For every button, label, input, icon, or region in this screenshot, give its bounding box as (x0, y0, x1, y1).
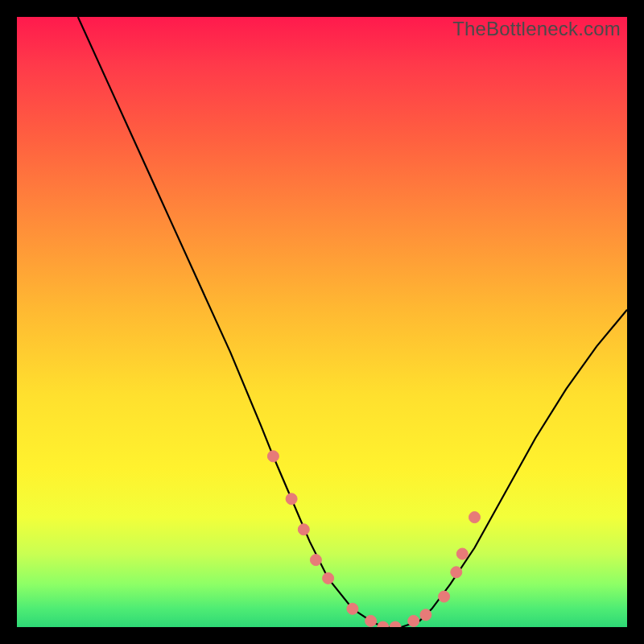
plot-area: TheBottleneck.com (17, 17, 627, 627)
marker-point (390, 621, 401, 627)
marker-point (365, 615, 377, 626)
marker-point (420, 609, 431, 621)
highlight-markers (267, 451, 480, 627)
marker-point (347, 603, 358, 614)
marker-point (310, 555, 321, 566)
marker-point (469, 512, 481, 523)
curve-layer (17, 17, 627, 627)
marker-point (456, 548, 468, 559)
marker-point (323, 572, 334, 584)
marker-point (408, 615, 419, 626)
marker-point (451, 567, 462, 578)
marker-point (286, 493, 297, 505)
bottleneck-curve (78, 17, 627, 627)
marker-point (439, 591, 450, 602)
marker-point (378, 621, 389, 627)
chart-frame: TheBottleneck.com (0, 0, 644, 644)
marker-point (267, 451, 279, 462)
marker-point (298, 524, 309, 535)
